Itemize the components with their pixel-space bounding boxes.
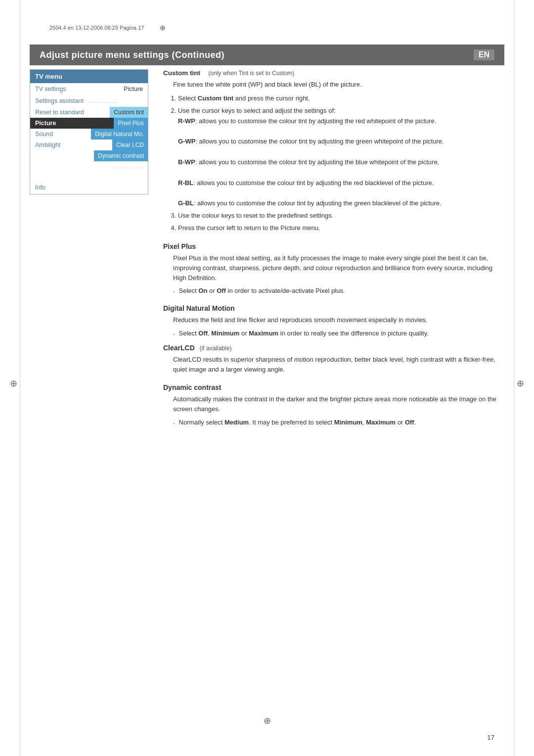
tv-menu-header: TV menu [30, 70, 148, 83]
tv-menu-box: TV menu TV settings Picture Settings ass… [30, 69, 148, 194]
menu-item-info[interactable]: Info [30, 181, 148, 194]
menu-row-dots-bottom: ............ [30, 161, 148, 171]
menu-item-tv-settings[interactable]: TV settings Picture [30, 83, 148, 95]
menu-row-dynamic: Dynamic contrast [30, 150, 148, 161]
lang-badge: EN [474, 49, 494, 60]
tv-menu-panel: TV menu TV settings Picture Settings ass… [30, 69, 148, 726]
menu-item-digital-natural[interactable]: Digital Natural Mo. [91, 129, 148, 140]
menu-item-sub: Picture [124, 86, 143, 93]
dynamic-contrast-bullet-text: Normally select Medium. It may be prefer… [179, 418, 416, 427]
digital-natural-motion-body: Reduces the field and line flicker and r… [163, 315, 504, 325]
menu-info-label: Info [35, 184, 45, 191]
menu-row-sound: Sound Digital Natural Mo. [30, 129, 148, 140]
step-4: Press the cursor left to return to the P… [178, 223, 504, 234]
bullet-dot-icon-2: ◦ [173, 331, 175, 338]
step-3: Use the colour keys to reset to the pred… [178, 211, 504, 221]
pixel-plus-bullet: ◦ Select On or Off in order to activate/… [173, 286, 504, 296]
menu-item-empty2 [30, 161, 110, 171]
digital-natural-motion-bullet-text: Select Off, Minimum or Maximum in order … [179, 329, 429, 338]
bullet-dot-icon: ◦ [173, 288, 175, 295]
menu-item-reset-to-standard[interactable]: Reset to standard [30, 107, 110, 118]
menu-spacer [30, 171, 148, 181]
title-bar: Adjust picture menu settings (Continued)… [30, 45, 504, 65]
meta-line: 2504.4 en 13-12-2006 08:29 Pagina 17 [49, 24, 167, 32]
menu-row-picture: Picture Pixel Plus [30, 118, 148, 129]
menu-row-ambilight: Ambilight Clear LCD [30, 140, 148, 150]
right-content-panel: Custom tint (only when Tint is set to Cu… [158, 69, 504, 726]
menu-item-picture[interactable]: Picture [30, 118, 114, 129]
dynamic-contrast-heading: Dynamic contrast [163, 383, 504, 391]
clear-lcd-heading: ClearLCD [163, 344, 195, 352]
step-2: Use the cursor keys to select and adjust… [178, 106, 504, 209]
menu-row-reset: Reset to standard Custom tint [30, 107, 148, 118]
clear-lcd-subtitle: (if available) [200, 345, 232, 352]
step-1: Select Custom tint and press the cursor … [178, 94, 504, 104]
bottom-crosshair-icon: ⊕ [264, 715, 271, 726]
section-clear-lcd: ClearLCD (if available) ClearLCD results… [163, 344, 504, 375]
custom-tint-steps: Select Custom tint and press the cursor … [178, 94, 504, 233]
custom-tint-heading-line: Custom tint (only when Tint is set to Cu… [163, 69, 504, 77]
clear-lcd-body: ClearLCD results in superior sharpness o… [163, 355, 504, 375]
bullet-dot-icon-3: ◦ [173, 420, 175, 427]
menu-item-label: TV settings [35, 86, 66, 93]
page-border-right [514, 0, 514, 756]
menu-item-dots-settings: ............ [89, 98, 119, 104]
menu-item-sound[interactable]: Sound [30, 129, 91, 140]
crosshair-left-icon: ⊕ [10, 378, 17, 389]
custom-tint-title: Custom tint [163, 69, 200, 77]
section-custom-tint: Custom tint (only when Tint is set to Cu… [163, 69, 504, 234]
page-border-left [20, 0, 20, 756]
menu-item-dynamic-contrast[interactable]: Dynamic contrast [94, 150, 148, 161]
menu-item-pixel-plus[interactable]: Pixel Plus [114, 118, 148, 129]
menu-item-label-settings-assistant: Settings assistant [35, 97, 84, 104]
pixel-plus-heading: Pixel Plus [163, 242, 504, 250]
meta-crosshair-icon [159, 24, 167, 32]
clear-lcd-heading-line: ClearLCD (if available) [163, 344, 504, 352]
content-area: TV menu TV settings Picture Settings ass… [30, 69, 504, 726]
pixel-plus-body: Pixel Plus is the most ideal setting, as… [163, 253, 504, 283]
page-title: Adjust picture menu settings (Continued) [40, 50, 224, 60]
menu-item-clear-lcd[interactable]: Clear LCD [112, 140, 148, 150]
section-digital-natural-motion: Digital Natural Motion Reduces the field… [163, 304, 504, 338]
menu-item-ambilight[interactable]: Ambilight [30, 140, 112, 150]
menu-item-custom-tint[interactable]: Custom tint [110, 107, 148, 118]
menu-item-settings-assistant[interactable]: Settings assistant ............ [30, 95, 148, 107]
pixel-plus-bullet-text: Select On or Off in order to activate/de… [179, 286, 345, 296]
page-number: 17 [488, 734, 494, 741]
custom-tint-subtitle: (only when Tint is set to Custom) [205, 70, 295, 77]
digital-natural-motion-bullet: ◦ Select Off, Minimum or Maximum in orde… [173, 329, 504, 338]
dynamic-contrast-body: Automatically makes the contrast in the … [163, 394, 504, 414]
tv-menu-header-label: TV menu [35, 73, 62, 80]
section-dynamic-contrast: Dynamic contrast Automatically makes the… [163, 383, 504, 427]
menu-item-dots-bottom: ............ [110, 161, 148, 171]
custom-tint-intro: Fine tunes the white point (WP) and blac… [163, 80, 504, 90]
dynamic-contrast-bullet: ◦ Normally select Medium. It may be pref… [173, 418, 504, 427]
digital-natural-motion-heading: Digital Natural Motion [163, 304, 504, 312]
menu-item-empty [30, 150, 94, 161]
meta-text: 2504.4 en 13-12-2006 08:29 Pagina 17 [49, 25, 144, 31]
section-pixel-plus: Pixel Plus Pixel Plus is the most ideal … [163, 242, 504, 296]
crosshair-right-icon: ⊕ [517, 378, 524, 389]
